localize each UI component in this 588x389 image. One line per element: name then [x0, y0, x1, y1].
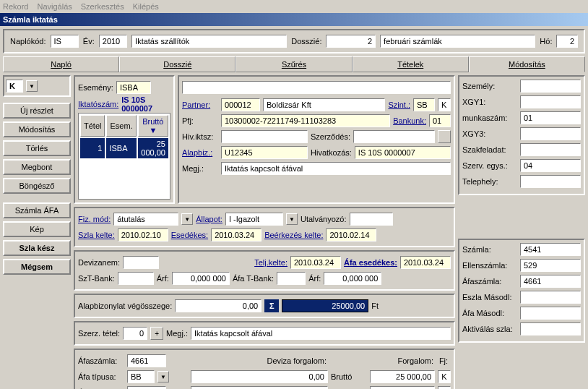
sigma-button[interactable]: Σ	[264, 299, 279, 312]
partner-label[interactable]: Partner:	[182, 101, 218, 109]
tetel-table[interactable]: Tétel Esem. Bruttó ▼ 1 ISBA 25 000,00	[78, 113, 170, 200]
th-tetel[interactable]: Tétel	[80, 115, 105, 137]
tab-szures[interactable]: Szűrés	[235, 56, 352, 72]
bongeszo-button[interactable]: Böngésző	[3, 178, 71, 194]
bankunk-label[interactable]: Bankunk:	[393, 116, 426, 125]
allapot-label[interactable]: Állapot:	[196, 215, 222, 223]
beerkezes-input[interactable]: 2010.02.14	[326, 228, 376, 241]
megbont-button[interactable]: Megbont	[3, 159, 71, 175]
xgy3-input[interactable]	[520, 127, 581, 140]
afaszamla-input[interactable]: 4661	[127, 354, 166, 367]
torles-button[interactable]: Törlés	[3, 140, 71, 156]
tab-naplo[interactable]: Napló	[3, 56, 119, 72]
devizanem-input[interactable]	[123, 256, 159, 269]
menu-navigalas[interactable]: Navigálás	[37, 2, 72, 11]
ev-input[interactable]: 2010	[99, 35, 127, 48]
fj-1[interactable]: T	[438, 386, 451, 389]
esedekes-label[interactable]: Esedékes:	[171, 231, 208, 239]
alapbiz-vegossz-input[interactable]: 0,00	[175, 299, 261, 312]
afa-t-bank-input[interactable]	[277, 272, 306, 285]
megj2-input[interactable]: Iktatás kapcsolt áfával	[191, 327, 451, 340]
hiviktsz-input[interactable]	[221, 130, 308, 143]
dev-0[interactable]: 0,00	[191, 370, 328, 383]
szla-kelte-label[interactable]: Szla kelte:	[78, 231, 115, 239]
alapbiz-input[interactable]: U12345	[221, 146, 308, 159]
szint-k-input[interactable]: K	[438, 98, 451, 111]
fj-0[interactable]: K	[438, 370, 451, 383]
szt-bank-input[interactable]	[118, 272, 154, 285]
table-row[interactable]	[80, 173, 168, 184]
tab-modositas[interactable]: Módosítás	[469, 56, 585, 72]
beerkezes-label[interactable]: Beérkezés kelte:	[264, 231, 323, 239]
megj-input[interactable]: Iktatás kapcsolt áfával	[221, 162, 451, 175]
partner-name-input[interactable]: Boldizsár Kft	[263, 98, 385, 111]
szerzodes-lookup-button[interactable]	[438, 130, 451, 143]
modositas-button[interactable]: Módosítás	[3, 121, 71, 137]
szemely-input[interactable]	[520, 80, 581, 93]
forg-0[interactable]: 25 000,00	[370, 370, 435, 383]
szerz-tetel-plus-button[interactable]: +	[150, 327, 163, 340]
arf1-input[interactable]: 0,000 000	[172, 272, 230, 285]
bankunk-input[interactable]: 01	[429, 114, 451, 127]
dosszie-name-input[interactable]: februári számlák	[380, 35, 535, 48]
afa-masodl-input[interactable]	[520, 307, 581, 320]
afa-tipusa-input[interactable]: BB	[127, 370, 155, 383]
dev-1[interactable]: 0,00	[191, 386, 328, 389]
szla-kesz-button[interactable]: Szla kész	[3, 240, 71, 256]
dosszie-num-input[interactable]: 2	[326, 35, 376, 48]
ho-input[interactable]: 2	[556, 35, 578, 48]
forg-1[interactable]: 20 000,00	[370, 386, 435, 389]
esedekes-input[interactable]: 2010.03.24	[211, 228, 261, 241]
utalvanyozo-input[interactable]	[350, 213, 393, 226]
ellenszamla-input[interactable]: 529	[520, 259, 581, 272]
menu-szerkesztes[interactable]: Szerkesztés	[81, 2, 124, 11]
afa-tipusa-dropdown-icon[interactable]: ▼	[157, 371, 169, 382]
megsem-button[interactable]: Mégsem	[3, 259, 71, 275]
munkaszam-input[interactable]: 01	[520, 111, 581, 124]
pfj-input[interactable]: 10300002-72211749-11103283	[221, 114, 390, 127]
fizmod-dropdown-icon[interactable]: ▼	[181, 213, 193, 225]
k-dropdown-icon[interactable]: ▼	[26, 80, 38, 92]
szla-kelte-input[interactable]: 2010.02.10	[118, 228, 168, 241]
teljkelte-label[interactable]: Telj.kelte:	[254, 258, 287, 267]
eszla-masodl-input[interactable]	[520, 291, 581, 304]
allapot-input[interactable]: I -Igazolt	[225, 213, 283, 226]
uj-reszlet-button[interactable]: Új részlet	[3, 103, 71, 119]
partner-code-input[interactable]: 000012	[221, 98, 260, 111]
szint-input[interactable]: SB	[413, 98, 435, 111]
fizmod-label[interactable]: Fiz. mód:	[78, 215, 111, 223]
afa-esedekes-input[interactable]: 2010.03.24	[400, 256, 451, 269]
iktatoszam-label[interactable]: Iktatószám:	[78, 100, 118, 108]
tab-dosszie[interactable]: Dosszié	[119, 56, 235, 72]
th-brutto[interactable]: Bruttó ▼	[138, 115, 168, 137]
allapot-dropdown-icon[interactable]: ▼	[286, 213, 298, 225]
naplokod-input[interactable]: IS	[51, 35, 79, 48]
xgy1-input[interactable]	[520, 95, 581, 108]
szint-label[interactable]: Szint.:	[388, 101, 410, 109]
aktivalas-szla-input[interactable]	[520, 322, 581, 335]
arf2-input[interactable]: 0,000 000	[324, 272, 381, 285]
szamla-input[interactable]: 4541	[520, 243, 581, 256]
iktatas-input[interactable]: Iktatás szállítók	[131, 35, 287, 48]
fizmod-input[interactable]: átutalás	[113, 213, 178, 226]
hivatkozas-input[interactable]: IS 10S 0000007	[355, 146, 451, 159]
esemeny-input[interactable]: ISBA	[116, 81, 151, 94]
kep-button[interactable]: Kép	[3, 221, 71, 237]
tab-tetelek[interactable]: Tételek	[353, 56, 469, 72]
table-row[interactable]	[80, 186, 168, 197]
szamla-afa-button[interactable]: Számla ÁFA	[3, 202, 71, 218]
szerv-egys-input[interactable]: 04	[520, 159, 581, 172]
szerzodes-input[interactable]	[353, 130, 435, 143]
afa-esedekes-label[interactable]: Áfa esedékes:	[344, 258, 397, 267]
menu-rekord[interactable]: Rekord	[3, 2, 28, 11]
telephely-input[interactable]	[520, 175, 581, 188]
szerz-tetel-input[interactable]: 0	[123, 327, 147, 340]
k-input[interactable]: K	[6, 80, 23, 93]
top-blank-input[interactable]	[182, 81, 451, 94]
afa-pct-input[interactable]: 25	[127, 386, 166, 389]
szakfeladat-input[interactable]	[520, 143, 581, 156]
afaszamla2-input[interactable]: 4661	[520, 275, 581, 288]
teljkelte-input[interactable]: 2010.03.24	[290, 256, 341, 269]
alapbiz-label[interactable]: Alapbiz.:	[182, 148, 218, 157]
th-esem[interactable]: Esem.	[106, 115, 136, 137]
